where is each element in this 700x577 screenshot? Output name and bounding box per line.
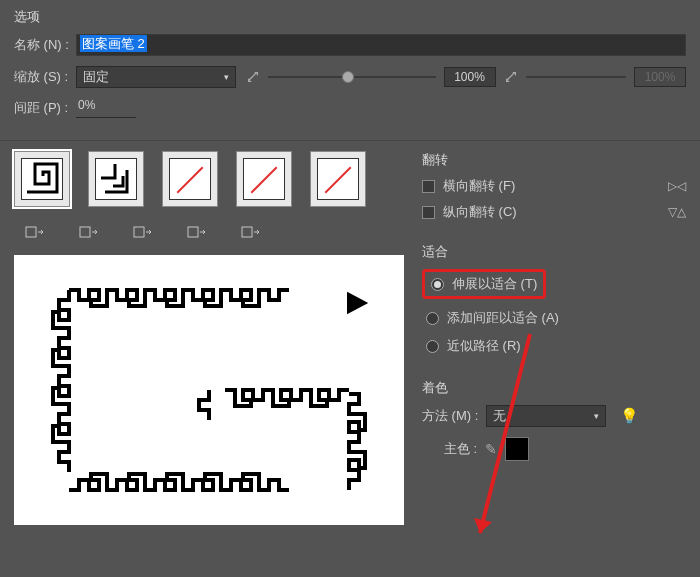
colorize-title: 着色 [422, 379, 686, 397]
scale-slider[interactable] [268, 76, 436, 78]
flip-vertical-icon: ▽△ [668, 205, 686, 219]
scale-label: 缩放 (S) : [14, 68, 76, 86]
svg-rect-1 [80, 227, 90, 237]
empty-tile-icon [170, 159, 210, 199]
slider-thumb[interactable] [342, 71, 354, 83]
fit-addspace-radio[interactable] [426, 312, 439, 325]
side-tile[interactable] [14, 151, 70, 207]
greek-key-icon [25, 162, 59, 196]
flip-horizontal-icon: ▷◁ [668, 179, 686, 193]
link-icon-2 [504, 70, 518, 84]
fit-approx-radio[interactable] [426, 340, 439, 353]
colorize-method-select[interactable]: 无▾ [486, 405, 606, 427]
fit-title: 适合 [422, 243, 686, 261]
fit-stretch-radio[interactable] [431, 278, 444, 291]
tile-menu-2[interactable] [76, 221, 102, 243]
name-input[interactable]: 图案画笔 2 [76, 34, 686, 56]
end-tile[interactable] [310, 151, 366, 207]
empty-tile-icon [318, 159, 358, 199]
keycolor-label: 主色 : [444, 440, 477, 458]
spacing-input[interactable]: 0% [76, 98, 136, 118]
svg-rect-2 [134, 227, 144, 237]
fit-approx-label: 近似路径 (R) [447, 337, 521, 355]
empty-tile-icon [244, 159, 284, 199]
brush-preview [14, 255, 404, 525]
eyedropper-icon[interactable]: ✎ [485, 441, 497, 457]
flip-vertical-checkbox[interactable] [422, 206, 435, 219]
name-label: 名称 (N) : [14, 36, 76, 54]
spacing-label: 间距 (P) : [14, 99, 76, 117]
flip-horizontal-checkbox[interactable] [422, 180, 435, 193]
inner-corner-tile[interactable] [162, 151, 218, 207]
options-title: 选项 [14, 8, 686, 26]
flip-horizontal-label: 横向翻转 (F) [443, 177, 515, 195]
tile-menu-4[interactable] [184, 221, 210, 243]
keycolor-swatch[interactable] [505, 437, 529, 461]
method-label: 方法 (M) : [422, 407, 478, 425]
tips-icon[interactable]: 💡 [620, 407, 639, 425]
tile-menu-3[interactable] [130, 221, 156, 243]
svg-rect-3 [188, 227, 198, 237]
scale-percent-2: 100% [634, 67, 686, 87]
fit-addspace-label: 添加间距以适合 (A) [447, 309, 559, 327]
scale-mode-select[interactable]: 固定▾ [76, 66, 236, 88]
tile-row [14, 151, 404, 207]
highlight-annotation: 伸展以适合 (T) [422, 269, 546, 299]
start-tile[interactable] [236, 151, 292, 207]
scale-slider-2 [526, 76, 627, 78]
scale-percent[interactable]: 100% [444, 67, 496, 87]
tile-menu-1[interactable] [22, 221, 48, 243]
svg-rect-0 [26, 227, 36, 237]
tile-menu-5[interactable] [238, 221, 264, 243]
outer-corner-tile[interactable] [88, 151, 144, 207]
greek-key-corner-icon [99, 162, 133, 196]
flip-title: 翻转 [422, 151, 686, 169]
link-icon [246, 70, 260, 84]
flip-vertical-label: 纵向翻转 (C) [443, 203, 517, 221]
fit-stretch-label: 伸展以适合 (T) [452, 275, 537, 293]
svg-rect-4 [242, 227, 252, 237]
